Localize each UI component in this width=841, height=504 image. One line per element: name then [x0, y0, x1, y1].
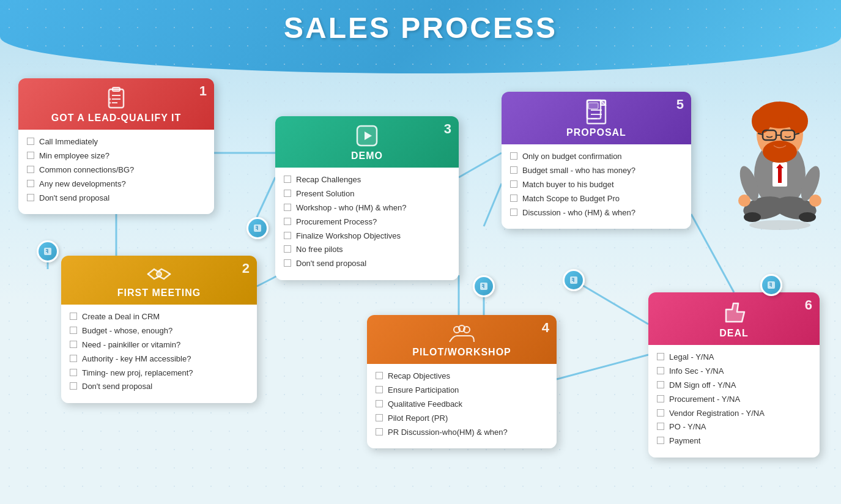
item-text-2-2: Need - painkiller or vitamin?	[82, 340, 180, 350]
card-5-item-4: Discussion - who (HM) & when?	[510, 208, 683, 218]
checkbox-3-2[interactable]	[284, 204, 291, 211]
card-4-icon	[376, 322, 547, 347]
checkbox-1-4[interactable]	[27, 194, 34, 201]
checkbox-4-3[interactable]	[376, 414, 383, 421]
card-2-item-5: Don't send proposal	[70, 382, 248, 392]
checkbox-4-1[interactable]	[376, 386, 383, 393]
card-3-item-2: Workshop - who (HM) & when?	[284, 203, 450, 213]
card-1-body: Call ImmediatelyMin employee size?Common…	[18, 130, 214, 214]
checkbox-3-1[interactable]	[284, 190, 291, 197]
item-text-5-0: Only on budget confirmation	[522, 152, 622, 162]
checkbox-3-6[interactable]	[284, 259, 291, 267]
card-1-item-4: Don't send proposal	[27, 193, 206, 204]
checkbox-4-0[interactable]	[376, 372, 383, 379]
card-3-number: 3	[444, 121, 451, 137]
svg-point-37	[749, 220, 810, 230]
checkbox-6-3[interactable]	[657, 395, 664, 402]
item-text-1-2: Common connections/BG?	[39, 165, 134, 176]
item-text-6-6: Payment	[669, 436, 700, 447]
item-text-6-3: Procurement - Y/NA	[669, 395, 740, 405]
checkbox-4-2[interactable]	[376, 400, 383, 407]
card-6-icon	[658, 300, 810, 328]
card-2-item-3: Authority - key HM accessible?	[70, 354, 248, 365]
svg-point-45	[738, 195, 750, 207]
item-text-2-3: Authority - key HM accessible?	[82, 354, 191, 365]
item-text-3-0: Recap Challenges	[296, 175, 361, 185]
svg-point-46	[809, 195, 821, 207]
svg-line-7	[484, 183, 502, 226]
checkbox-2-2[interactable]	[70, 341, 77, 348]
checkbox-6-0[interactable]	[657, 353, 664, 360]
item-text-6-4: Vendor Registration - Y/NA	[669, 409, 765, 419]
item-text-1-0: Call Immediately	[39, 137, 98, 147]
item-text-6-2: DM Sign off - Y/NA	[669, 380, 736, 391]
card-6-title: DEAL	[658, 328, 810, 339]
checkbox-1-1[interactable]	[27, 152, 34, 159]
card-2-item-4: Timing- new proj, replacement?	[70, 368, 248, 379]
checkbox-5-4[interactable]	[510, 209, 517, 216]
card-6-body: Legal - Y/NAInfo Sec - Y/NADM Sign off -…	[648, 345, 820, 458]
card-3-icon	[284, 124, 450, 150]
checkbox-2-0[interactable]	[70, 313, 77, 320]
checkbox-1-2[interactable]	[27, 166, 34, 173]
card-1-icon	[28, 86, 205, 113]
checkbox-3-5[interactable]	[284, 245, 291, 253]
card-2-item-2: Need - painkiller or vitamin?	[70, 340, 248, 350]
checkbox-2-1[interactable]	[70, 327, 77, 334]
checkbox-6-1[interactable]	[657, 367, 664, 374]
checkbox-5-2[interactable]	[510, 180, 517, 188]
checkbox-2-3[interactable]	[70, 355, 77, 362]
checkbox-3-3[interactable]	[284, 218, 291, 225]
card-5-body: Only on budget confirmationBudget small …	[502, 144, 691, 229]
checkbox-5-0[interactable]	[510, 152, 517, 160]
card-4-item-4: PR Discussion-who(HM) & when?	[376, 428, 548, 438]
card-4-item-1: Ensure Participation	[376, 385, 548, 396]
card-4-number: 4	[542, 320, 549, 336]
svg-point-42	[799, 212, 816, 222]
svg-point-54	[763, 141, 797, 163]
card-1-header: 1 GOT A LEAD-QUALIFY IT	[18, 78, 214, 130]
card-2-body: Create a Deal in CRMBudget - whose, enou…	[61, 305, 257, 403]
card-5-header: 5 PROPOSAL	[502, 92, 691, 144]
card-5-item-0: Only on budget confirmation	[510, 152, 683, 162]
svg-point-17	[109, 102, 111, 104]
svg-rect-49	[778, 168, 782, 183]
card-2-title: FIRST MEETING	[70, 287, 248, 298]
checkbox-6-6[interactable]	[657, 437, 664, 444]
item-text-4-0: Recap Objectives	[388, 371, 450, 382]
checkbox-3-0[interactable]	[284, 176, 291, 183]
checkbox-1-0[interactable]	[27, 138, 34, 145]
item-text-5-3: Match Scope to Budget Pro	[522, 194, 620, 204]
card-5-item-3: Match Scope to Budget Pro	[510, 194, 683, 204]
item-text-3-5: No free pilots	[296, 245, 343, 255]
item-text-5-1: Budget small - who has money?	[522, 166, 635, 176]
checkbox-5-3[interactable]	[510, 195, 517, 202]
connector-c4	[563, 269, 585, 291]
checkbox-2-5[interactable]	[70, 382, 77, 390]
connector-c1	[37, 240, 59, 262]
checkbox-6-5[interactable]	[657, 423, 664, 430]
card-6-item-4: Vendor Registration - Y/NA	[657, 409, 811, 419]
card-6-item-6: Payment	[657, 436, 811, 447]
item-text-6-1: Info Sec - Y/NA	[669, 366, 724, 377]
item-text-1-4: Don't send proposal	[39, 193, 109, 204]
item-text-3-1: Present Solution	[296, 189, 354, 199]
card-3-item-4: Finalize Workshop Objectives	[284, 231, 450, 242]
card-6-item-0: Legal - Y/NA	[657, 352, 811, 363]
card-4-header: 4 PILOT/WORKSHOP	[367, 315, 557, 364]
card-6-number: 6	[805, 297, 812, 313]
checkbox-4-4[interactable]	[376, 428, 383, 435]
checkbox-6-2[interactable]	[657, 381, 664, 388]
item-text-5-2: Match buyer to his budget	[522, 180, 614, 190]
checkbox-3-4[interactable]	[284, 232, 291, 239]
checkbox-5-1[interactable]	[510, 166, 517, 174]
checkbox-6-4[interactable]	[657, 409, 664, 417]
checkbox-1-3[interactable]	[27, 180, 34, 187]
checkbox-2-4[interactable]	[70, 369, 77, 376]
card-3: 3 DEMORecap ChallengesPresent SolutionWo…	[275, 116, 459, 280]
item-text-3-6: Don't send proposal	[296, 259, 366, 269]
card-5-number: 5	[676, 97, 684, 113]
svg-point-41	[744, 212, 761, 222]
card-1-title: GOT A LEAD-QUALIFY IT	[28, 113, 205, 124]
card-3-item-3: Procurement Process?	[284, 217, 450, 228]
